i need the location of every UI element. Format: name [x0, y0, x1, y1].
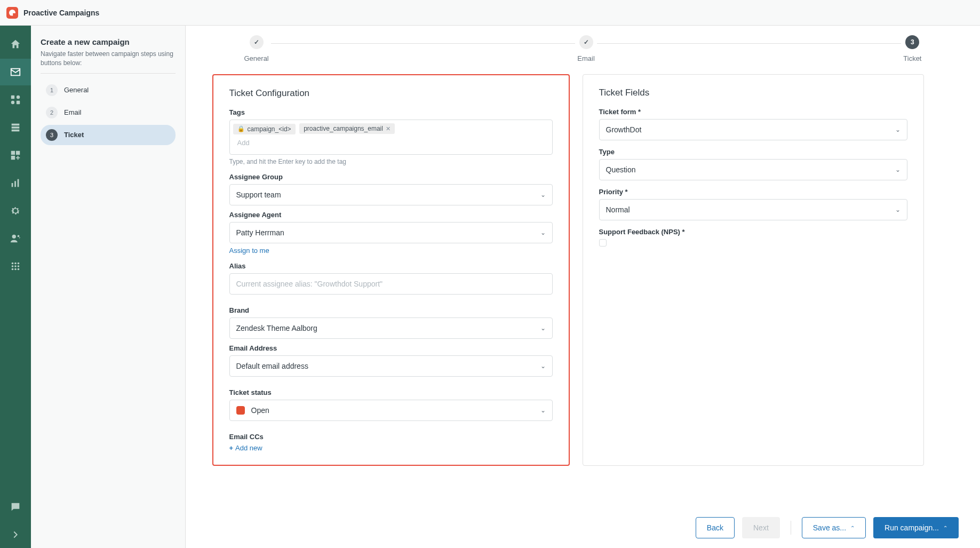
check-icon: ✓: [579, 35, 593, 49]
svg-point-18: [12, 265, 14, 267]
rail-home-icon[interactable]: [0, 31, 31, 58]
svg-rect-9: [11, 156, 15, 160]
assignee-group-label: Assignee Group: [229, 173, 553, 181]
sidebar-step-ticket[interactable]: 3 Ticket: [41, 125, 176, 145]
svg-rect-7: [11, 151, 15, 155]
svg-point-20: [18, 265, 20, 267]
nps-checkbox[interactable]: [599, 239, 607, 247]
step-current-badge: 3: [905, 35, 919, 49]
rail-templates-icon[interactable]: [0, 86, 31, 113]
svg-rect-3: [17, 101, 20, 104]
status-color-icon: [236, 406, 245, 415]
tags-label: Tags: [229, 108, 553, 116]
stepper-node-email[interactable]: ✓ Email: [577, 35, 595, 62]
run-campaign-button[interactable]: Run campaign... ⌃: [873, 517, 959, 538]
back-button[interactable]: Back: [696, 517, 735, 538]
chevron-down-icon: ⌄: [540, 191, 546, 198]
stepper: ✓ General ✓ Email 3 Ticket: [212, 26, 954, 74]
rail-grid-icon[interactable]: [0, 253, 31, 280]
rail-chat-icon[interactable]: [0, 494, 31, 520]
rail-users-icon[interactable]: [0, 225, 31, 252]
nps-label: Support Feedback (NPS) *: [599, 228, 907, 236]
rail-expand-icon[interactable]: [0, 521, 31, 548]
svg-point-19: [14, 265, 17, 267]
card-title: Ticket Fields: [599, 88, 907, 98]
chevron-down-icon: ⌄: [540, 324, 546, 332]
lock-icon: 🔒: [237, 125, 245, 132]
priority-label: Priority *: [599, 188, 907, 196]
assignee-agent-label: Assignee Agent: [229, 211, 553, 219]
chevron-down-icon: ⌄: [540, 229, 546, 236]
sidebar: Create a new campaign Navigate faster be…: [31, 26, 186, 548]
status-label: Ticket status: [229, 388, 553, 396]
type-select[interactable]: Question ⌄: [599, 159, 907, 180]
stepper-line: [597, 43, 902, 44]
svg-point-21: [12, 268, 14, 271]
topbar: Proactive Campaigns: [0, 0, 980, 26]
email-address-select[interactable]: Default email address ⌄: [229, 355, 553, 377]
ccs-label: Email CCs: [229, 433, 553, 441]
rail-mail-icon[interactable]: [0, 59, 31, 85]
type-label: Type: [599, 148, 907, 156]
app-title: Proactive Campaigns: [23, 9, 99, 17]
assignee-agent-select[interactable]: Patty Herrman ⌄: [229, 222, 553, 243]
priority-select[interactable]: Normal ⌄: [599, 199, 907, 220]
brand-label: Brand: [229, 306, 553, 314]
chevron-up-icon: ⌃: [850, 525, 855, 531]
remove-tag-icon[interactable]: ✕: [386, 125, 391, 132]
ticket-form-label: Ticket form *: [599, 108, 907, 116]
step-label: Ticket: [64, 131, 84, 139]
step-number: 1: [46, 84, 58, 96]
step-label: General: [64, 86, 89, 94]
card-title: Ticket Configuration: [229, 88, 553, 99]
svg-rect-4: [12, 124, 20, 126]
chevron-up-icon: ⌃: [943, 525, 947, 531]
tag-chip: proactive_campaigns_email ✕: [299, 123, 395, 134]
sidebar-heading: Create a new campaign: [41, 37, 176, 46]
rail-apps-icon[interactable]: [0, 142, 31, 169]
sidebar-step-general[interactable]: 1 General: [41, 80, 176, 100]
svg-point-23: [18, 268, 20, 271]
svg-point-17: [18, 263, 20, 265]
brand-select[interactable]: Zendesk Theme Aalborg ⌄: [229, 317, 553, 339]
rail-analytics-icon[interactable]: [0, 170, 31, 196]
add-cc-link[interactable]: +Add new: [229, 444, 262, 452]
tag-chip-locked: 🔒 campaign_<id>: [233, 124, 296, 134]
save-as-button[interactable]: Save as... ⌃: [802, 517, 866, 538]
assign-to-me-link[interactable]: Assign to me: [229, 247, 269, 255]
step-number: 3: [46, 129, 58, 141]
svg-point-16: [14, 263, 17, 265]
check-icon: ✓: [250, 35, 264, 49]
svg-point-22: [14, 268, 17, 271]
tags-add-field[interactable]: [237, 139, 545, 147]
sidebar-step-email[interactable]: 2 Email: [41, 102, 176, 123]
svg-rect-10: [12, 183, 13, 187]
rail-lists-icon[interactable]: [0, 114, 31, 141]
assignee-group-select[interactable]: Support team ⌄: [229, 184, 553, 205]
svg-rect-0: [11, 96, 14, 99]
chevron-down-icon: ⌄: [540, 407, 546, 414]
nav-rail: [0, 26, 31, 548]
tags-hint: Type, and hit the Enter key to add the t…: [229, 158, 553, 165]
step-label: Email: [64, 108, 82, 116]
svg-rect-11: [14, 181, 16, 187]
ticket-fields-card: Ticket Fields Ticket form * GrowthDot ⌄ …: [583, 74, 924, 466]
alias-input[interactable]: [229, 273, 553, 295]
svg-rect-8: [16, 151, 20, 155]
email-address-label: Email Address: [229, 344, 553, 352]
stepper-node-ticket[interactable]: 3 Ticket: [903, 35, 921, 62]
chevron-down-icon: ⌄: [540, 362, 546, 370]
chevron-down-icon: ⌄: [895, 126, 901, 133]
app-logo-icon: [6, 7, 18, 19]
chevron-down-icon: ⌄: [895, 166, 901, 173]
ticket-form-select[interactable]: GrowthDot ⌄: [599, 119, 907, 140]
status-select[interactable]: Open ⌄: [229, 400, 553, 421]
svg-rect-12: [18, 179, 19, 187]
stepper-node-general[interactable]: ✓ General: [244, 35, 269, 62]
svg-point-15: [12, 263, 14, 265]
next-button: Next: [742, 517, 780, 538]
svg-point-14: [18, 235, 20, 237]
tags-input[interactable]: 🔒 campaign_<id> proactive_campaigns_emai…: [229, 120, 553, 155]
divider: [791, 521, 791, 535]
rail-settings-icon[interactable]: [0, 197, 31, 224]
